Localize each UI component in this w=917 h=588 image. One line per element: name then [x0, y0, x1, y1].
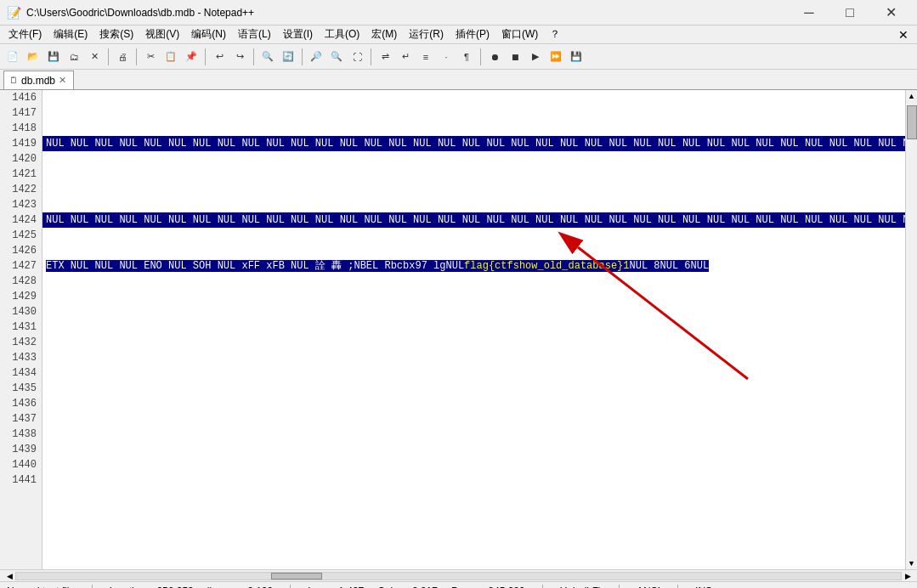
scroll-up-arrow[interactable]: ▲ — [906, 90, 918, 102]
macro-playback-button[interactable]: ⏩ — [546, 48, 565, 66]
line-num-1420: 1420 — [0, 151, 42, 167]
line-num-1429: 1429 — [0, 289, 42, 304]
toolbar-separator-6 — [371, 48, 371, 65]
full-screen-button[interactable]: ⛶ — [348, 48, 366, 66]
menu-language[interactable]: 语言(L) — [233, 25, 276, 43]
vertical-scrollbar[interactable]: ▲ ▼ — [905, 90, 917, 569]
find-button[interactable]: 🔍 — [258, 48, 277, 66]
line-num-1439: 1439 — [0, 442, 42, 457]
zoom-out-button[interactable]: 🔍 — [327, 48, 346, 66]
menu-edit[interactable]: 编辑(E) — [48, 25, 93, 43]
tab-db-mdb[interactable]: 🗒 db.mdb ✕ — [3, 71, 74, 89]
status-col-label: Col : — [377, 585, 399, 589]
toolbar-separator-2 — [136, 48, 137, 65]
line1427-nul: NUL — [445, 260, 464, 272]
toolbar-separator-3 — [205, 48, 206, 65]
status-lines-label: lines : — [207, 585, 234, 589]
horizontal-scrollbar[interactable]: ◀ ▶ — [0, 569, 917, 581]
toolbar-separator-4 — [253, 48, 254, 65]
scroll-thumb-h[interactable] — [271, 573, 322, 580]
macro-stop-button[interactable]: ⏹ — [506, 48, 524, 66]
line1427-prefix-selected: ​ETX NUL NUL NUL ENO NUL SOH NUL xFF xFB… — [46, 260, 360, 272]
copy-button[interactable]: 📋 — [161, 48, 180, 66]
status-sep-2 — [290, 585, 291, 589]
undo-button[interactable]: ↩ — [210, 48, 229, 66]
cut-button[interactable]: ✂ — [141, 48, 160, 66]
line1427-flag: flag{ctfshow_old_database}1 — [464, 260, 629, 272]
macro-save-button[interactable]: 💾 — [567, 48, 586, 66]
minimize-button[interactable]: ─ — [790, 0, 829, 25]
content-line-1434 — [42, 365, 917, 381]
menu-bar: 文件(F) 编辑(E) 搜索(S) 视图(V) 编码(N) 语言(L) 设置(I… — [0, 25, 917, 44]
menu-view[interactable]: 视图(V) — [140, 25, 184, 43]
redo-button[interactable]: ↪ — [230, 48, 249, 66]
menu-settings[interactable]: 设置(I) — [278, 25, 318, 43]
line-num-1425: 1425 — [0, 228, 42, 243]
title-bar: 📝 C:\Users\Goodric\Downloads\db.mdb - No… — [0, 0, 917, 25]
content-line-1433 — [42, 350, 917, 365]
paste-button[interactable]: 📌 — [182, 48, 201, 66]
menu-window[interactable]: 窗口(W) — [496, 25, 543, 43]
menu-plugins[interactable]: 插件(P) — [450, 25, 495, 43]
save-all-button[interactable]: 🗂 — [65, 48, 83, 66]
line-num-1435: 1435 — [0, 381, 42, 396]
open-button[interactable]: 📂 — [24, 48, 42, 66]
content-area[interactable]: ​NUL NUL NUL NUL NUL NUL NUL NUL NUL NUL… — [42, 90, 917, 569]
line-num-1441: 1441 — [0, 472, 42, 488]
status-ln-value: 1,427 — [338, 585, 364, 589]
word-wrap-button[interactable]: ↵ — [396, 48, 415, 66]
tab-filename: db.mdb — [21, 75, 55, 87]
status-lines-value: 2,109 — [247, 585, 273, 589]
scroll-left-arrow[interactable]: ◀ — [3, 570, 15, 582]
status-eol: Unix (LF) — [560, 585, 602, 589]
status-length-label: length : — [110, 585, 143, 589]
close-button[interactable]: ✕ — [871, 0, 910, 25]
maximize-button[interactable]: □ — [830, 0, 869, 25]
macro-play-button[interactable]: ▶ — [526, 48, 545, 66]
menu-help[interactable]: ？ — [545, 25, 565, 43]
print-button[interactable]: 🖨 — [113, 48, 132, 66]
line-num-1437: 1437 — [0, 411, 42, 427]
indent-guide-button[interactable]: ≡ — [416, 48, 435, 66]
line-num-1417: 1417 — [0, 105, 42, 121]
menu-file[interactable]: 文件(F) — [3, 25, 47, 43]
tab-close-button[interactable]: ✕ — [59, 75, 66, 86]
status-pos-label: Pos : — [451, 585, 474, 589]
menu-macro[interactable]: 宏(M) — [366, 25, 402, 43]
macro-record-button[interactable]: ⏺ — [485, 48, 504, 66]
close-button-tb[interactable]: ✕ — [85, 48, 104, 66]
status-sep-1 — [92, 585, 93, 589]
line1427-bel: BEL Rbcb — [360, 260, 410, 272]
scroll-down-arrow[interactable]: ▼ — [906, 557, 918, 569]
content-line-1439 — [42, 442, 917, 457]
new-button[interactable]: 📄 — [3, 48, 22, 66]
menu-search[interactable]: 搜索(S) — [94, 25, 139, 43]
content-line-1422 — [42, 182, 917, 197]
status-sep-4 — [619, 585, 620, 589]
menu-close-button[interactable]: ✕ — [893, 28, 914, 42]
sync-scroll-button[interactable]: ⇌ — [376, 48, 394, 66]
scroll-right-arrow[interactable]: ▶ — [902, 570, 914, 582]
scroll-thumb[interactable] — [907, 105, 917, 139]
zoom-in-button[interactable]: 🔎 — [307, 48, 325, 66]
whitespace-button[interactable]: · — [437, 48, 456, 66]
content-line-1437 — [42, 411, 917, 427]
content-line-1431 — [42, 319, 917, 335]
status-pos-value: 245,389 — [488, 585, 524, 589]
toolbar-separator-5 — [302, 48, 303, 65]
menu-tools[interactable]: 工具(O) — [320, 25, 365, 43]
line-num-1424: 1424 — [0, 212, 42, 228]
menu-encoding[interactable]: 编码(N) — [186, 25, 231, 43]
content-line-1426 — [42, 243, 917, 258]
content-line-1432 — [42, 335, 917, 350]
line-num-1433: 1433 — [0, 350, 42, 365]
content-line-1435 — [42, 381, 917, 396]
content-line-1436 — [42, 396, 917, 411]
scroll-track[interactable] — [15, 572, 902, 580]
eol-button[interactable]: ¶ — [457, 48, 476, 66]
content-line-1441 — [42, 472, 917, 488]
replace-button[interactable]: 🔄 — [279, 48, 297, 66]
menu-run[interactable]: 运行(R) — [404, 25, 449, 43]
save-button[interactable]: 💾 — [44, 48, 63, 66]
line-num-1426: 1426 — [0, 243, 42, 258]
